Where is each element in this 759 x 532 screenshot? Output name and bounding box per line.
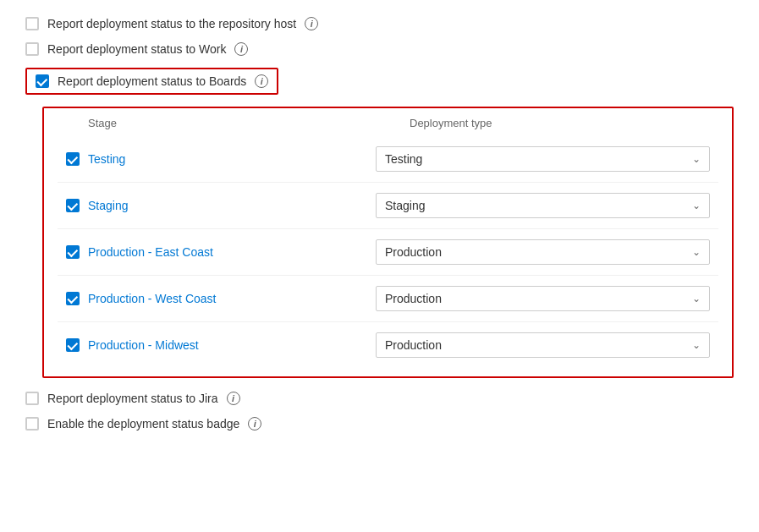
staging-deployment-value: Staging xyxy=(385,199,425,212)
badge-row: Enable the deployment status badge i xyxy=(25,417,734,431)
jira-info-icon[interactable]: i xyxy=(227,392,240,405)
stage-row-staging: Staging Staging ⌄ xyxy=(58,182,718,228)
prod-midwest-deployment-value: Production xyxy=(385,338,442,352)
testing-stage-name: Testing xyxy=(88,152,367,166)
badge-checkbox[interactable] xyxy=(25,417,39,431)
prod-west-deployment-select[interactable]: Production ⌄ xyxy=(376,286,710,311)
stage-column-header: Stage xyxy=(88,117,410,129)
work-info-icon[interactable]: i xyxy=(234,42,248,56)
prod-midwest-stage-name: Production - Midwest xyxy=(88,338,367,352)
prod-midwest-deployment-select[interactable]: Production ⌄ xyxy=(376,332,710,358)
jira-checkbox[interactable] xyxy=(25,392,39,405)
testing-checkbox[interactable] xyxy=(66,152,80,166)
repo-host-row: Report deployment status to the reposito… xyxy=(25,17,734,30)
prod-east-checkbox[interactable] xyxy=(66,245,80,259)
prod-east-deployment-select[interactable]: Production ⌄ xyxy=(376,239,710,265)
jira-label: Report deployment status to Jira xyxy=(47,392,218,405)
repo-host-label: Report deployment status to the reposito… xyxy=(47,17,296,30)
work-label: Report deployment status to Work xyxy=(47,42,226,56)
prod-east-deployment-value: Production xyxy=(385,245,442,259)
prod-west-checkbox[interactable] xyxy=(66,292,80,305)
boards-checkbox[interactable] xyxy=(36,74,49,88)
badge-info-icon[interactable]: i xyxy=(248,417,261,431)
prod-west-chevron-icon: ⌄ xyxy=(692,293,701,304)
prod-midwest-chevron-icon: ⌄ xyxy=(692,339,701,351)
repo-host-checkbox[interactable] xyxy=(25,17,39,30)
jira-row: Report deployment status to Jira i xyxy=(25,392,734,405)
stage-row-prod-east: Production - East Coast Production ⌄ xyxy=(58,228,718,275)
testing-deployment-select[interactable]: Testing ⌄ xyxy=(376,146,710,172)
work-row: Report deployment status to Work i xyxy=(25,42,734,56)
stages-header: Stage Deployment type xyxy=(58,117,718,136)
deployment-type-column-header: Deployment type xyxy=(410,117,710,129)
bottom-section: Report deployment status to Jira i Enabl… xyxy=(25,392,734,431)
boards-label: Report deployment status to Boards xyxy=(58,74,246,88)
testing-chevron-icon: ⌄ xyxy=(692,153,701,165)
prod-west-deployment-value: Production xyxy=(385,292,442,305)
staging-stage-name: Staging xyxy=(88,199,367,212)
staging-deployment-select[interactable]: Staging ⌄ xyxy=(376,193,710,218)
badge-label: Enable the deployment status badge xyxy=(47,417,239,431)
stage-row-prod-midwest: Production - Midwest Production ⌄ xyxy=(58,321,718,368)
repo-host-info-icon[interactable]: i xyxy=(305,17,318,30)
testing-deployment-value: Testing xyxy=(385,152,422,166)
staging-checkbox[interactable] xyxy=(66,199,80,212)
prod-midwest-checkbox[interactable] xyxy=(66,338,80,352)
stage-row-prod-west: Production - West Coast Production ⌄ xyxy=(58,275,718,321)
stages-container: Stage Deployment type Testing Testing ⌄ … xyxy=(42,107,734,378)
prod-east-chevron-icon: ⌄ xyxy=(692,246,701,258)
boards-info-icon[interactable]: i xyxy=(255,74,268,88)
stage-row-testing: Testing Testing ⌄ xyxy=(58,136,718,182)
boards-row: Report deployment status to Boards i xyxy=(25,68,278,95)
work-checkbox[interactable] xyxy=(25,42,39,56)
prod-west-stage-name: Production - West Coast xyxy=(88,292,367,305)
prod-east-stage-name: Production - East Coast xyxy=(88,245,367,259)
staging-chevron-icon: ⌄ xyxy=(692,200,701,211)
